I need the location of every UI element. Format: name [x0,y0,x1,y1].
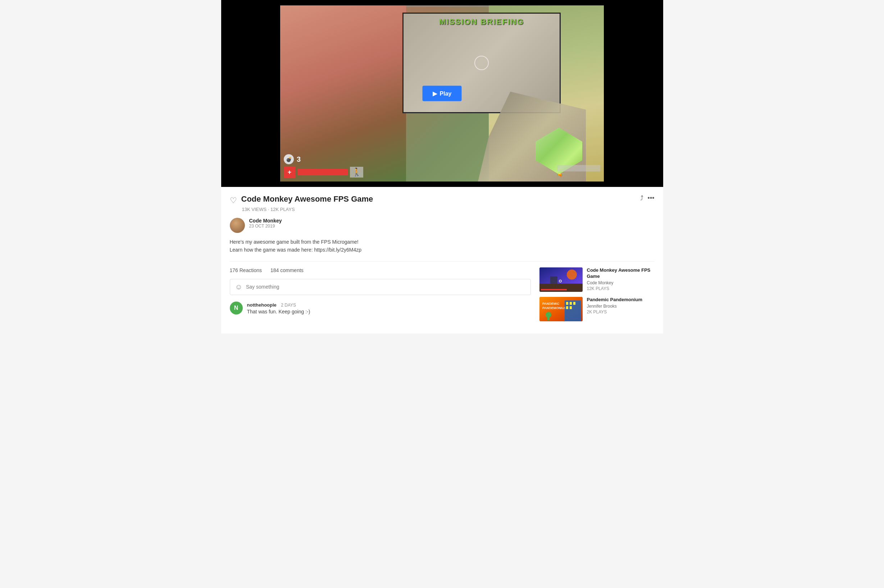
title-left: ♡ Code Monkey Awesome FPS Game [230,195,373,205]
crosshair [474,56,489,70]
svg-rect-2 [540,284,583,292]
left-column: 176 Reactions 184 comments ☺ N notthehoo… [230,267,531,326]
title-row: ♡ Code Monkey Awesome FPS Game ⤴ ••• [230,195,654,205]
thumb-svg-1 [540,267,583,292]
comment-avatar-letter: N [234,305,238,311]
comment-body: notthehoople 2 DAYS That was fun. Keep g… [247,302,310,315]
divider [230,261,654,262]
thumb-health-bar-1 [541,289,567,290]
related-title-1: Code Monkey Awesome FPS Game [587,267,654,280]
related-item-2[interactable]: PANDEMIC PANDEMONIUM [540,297,654,321]
related-plays-2: 2K PLAYS [587,309,654,315]
related-info-1: Code Monkey Awesome FPS Game Code Monkey… [587,267,654,292]
title-actions: ⤴ ••• [640,195,654,202]
description-line2: Learn how the game was made here: https:… [230,246,654,254]
svg-point-1 [567,270,577,280]
author-info: Code Monkey 23 OCT 2019 [249,218,282,229]
health-row: + 🚶 [284,166,363,178]
more-options-icon[interactable]: ••• [648,195,654,202]
svg-rect-11 [573,302,576,305]
heart-icon[interactable]: ♡ [230,196,237,205]
related-thumb-1 [540,267,583,292]
game-title: Code Monkey Awesome FPS Game [241,195,373,204]
author-date: 23 OCT 2019 [249,224,282,229]
reactions-row: 176 Reactions 184 comments [230,267,531,273]
svg-text:PANDEMONIUM: PANDEMONIUM [542,306,567,310]
related-title-2: Pandemic Pandemonium [587,297,654,303]
comment-avatar: N [230,302,243,315]
comment-input-wrapper[interactable]: ☺ [230,279,531,295]
related-author-2: Jennifer Brooks [587,304,654,309]
stats-row: 13K VIEWS · 12K PLAYS [242,207,654,212]
mission-briefing-title: MISSION BRIEFING [439,17,524,27]
person-icon: 🚶 [350,167,363,177]
hud-bottom-right: 🔫 [557,165,600,178]
video-container: Playthrough Video by Code Monkey 🔇 MISSI… [221,0,663,187]
comment-item: N notthehoople 2 DAYS That was fun. Keep… [230,302,531,315]
author-section: Code Monkey 23 OCT 2019 [230,218,654,233]
game-description: Here's my awesome game built from the FP… [230,238,654,254]
comment-author: notthehoople [247,302,277,308]
content-area: ♡ Code Monkey Awesome FPS Game ⤴ ••• 13K… [221,187,663,333]
comments-count: 184 comments [271,267,304,273]
svg-rect-3 [550,276,558,284]
comment-text: That was fun. Keep going :-) [247,309,310,315]
svg-rect-9 [566,302,568,305]
related-item-1[interactable]: Code Monkey Awesome FPS Game Code Monkey… [540,267,654,292]
weapon-bar [557,165,600,171]
author-name: Code Monkey [249,218,282,224]
svg-rect-10 [570,302,572,305]
play-button-label: Play [440,90,452,97]
page-wrapper: Playthrough Video by Code Monkey 🔇 MISSI… [221,0,663,333]
comment-header: notthehoople 2 DAYS [247,302,310,308]
two-col-layout: 176 Reactions 184 comments ☺ N notthehoo… [230,267,654,326]
reactions-count: 176 Reactions [230,267,262,273]
video-player: Playthrough Video by Code Monkey 🔇 MISSI… [280,5,604,182]
comment-time: 2 DAYS [281,303,296,308]
game-stats: 13K VIEWS · 12K PLAYS [242,207,295,212]
emoji-icon[interactable]: ☺ [235,283,242,291]
comment-input[interactable] [246,284,525,290]
svg-text:PANDEMIC: PANDEMIC [542,302,559,306]
grenade-row: 💣 3 [284,154,363,164]
svg-rect-15 [547,316,550,320]
title-block: Code Monkey Awesome FPS Game [241,195,373,204]
grenade-count: 3 [297,155,301,164]
grenade-icon: 💣 [284,154,294,164]
hud-bottom: 💣 3 + 🚶 [284,154,363,178]
thumb-svg-2: PANDEMIC PANDEMONIUM [540,297,583,321]
related-author-1: Code Monkey [587,280,654,285]
play-arrow-icon: ▶ [433,90,437,97]
svg-rect-13 [570,306,572,309]
description-line1: Here's my awesome game built from the FP… [230,238,654,246]
related-thumb-2: PANDEMIC PANDEMONIUM [540,297,583,321]
right-column: Code Monkey Awesome FPS Game Code Monkey… [540,267,654,326]
svg-rect-12 [566,306,568,309]
related-info-2: Pandemic Pandemonium Jennifer Brooks 2K … [587,297,654,321]
related-plays-1: 12K PLAYS [587,286,654,291]
play-button[interactable]: ▶ Play [422,86,462,101]
weapon-icon: 🔫 [557,172,562,177]
share-icon[interactable]: ⤴ [640,195,643,202]
author-avatar [230,218,245,233]
health-cross: + [284,166,295,178]
health-bar [298,169,348,176]
